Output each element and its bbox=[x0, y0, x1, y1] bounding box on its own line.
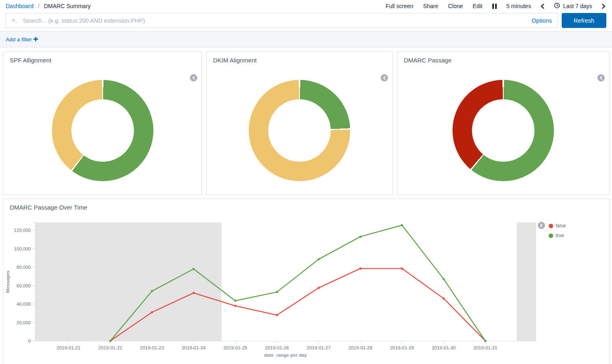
edit-button[interactable]: Edit bbox=[473, 3, 483, 9]
options-link[interactable]: Options bbox=[532, 17, 552, 24]
svg-text:2019-01-27: 2019-01-27 bbox=[307, 345, 331, 350]
legend-label: true bbox=[556, 233, 564, 238]
clone-button[interactable]: Clone bbox=[448, 3, 463, 9]
refresh-interval-button[interactable]: 5 minutes bbox=[506, 3, 531, 9]
breadcrumb: Dashboard / DMARC Summary bbox=[6, 3, 91, 9]
add-filter-label: Add a filter bbox=[6, 36, 32, 43]
donut-hole bbox=[71, 99, 134, 162]
search-box: >_ Options bbox=[6, 13, 558, 28]
share-button[interactable]: Share bbox=[423, 3, 438, 9]
donut-hole bbox=[268, 99, 331, 162]
donut-chart-spf[interactable] bbox=[52, 80, 153, 181]
svg-text:2019-01-30: 2019-01-30 bbox=[432, 345, 456, 350]
svg-text:100,000: 100,000 bbox=[14, 246, 31, 251]
line-chart: 020,00040,00060,00080,000100,000120,0002… bbox=[3, 199, 609, 364]
legend-item-false[interactable]: false bbox=[549, 223, 566, 229]
chevron-right-icon bbox=[602, 4, 606, 9]
donut-chart-dkim[interactable] bbox=[249, 80, 350, 181]
refresh-button[interactable]: Refresh bbox=[562, 13, 606, 28]
svg-text:0: 0 bbox=[28, 338, 31, 343]
svg-text:2019-01-25: 2019-01-25 bbox=[223, 345, 247, 350]
legend-item-true[interactable]: true bbox=[549, 233, 566, 238]
svg-text:40,000: 40,000 bbox=[17, 302, 31, 306]
legend-label: false bbox=[556, 223, 566, 229]
donut-hole bbox=[472, 99, 534, 162]
svg-text:2019-01-26: 2019-01-26 bbox=[265, 345, 289, 350]
page-title: DMARC Summary bbox=[44, 3, 91, 9]
svg-text:2019-01-24: 2019-01-24 bbox=[182, 345, 206, 350]
panel-title: DMARC Passage bbox=[397, 52, 609, 64]
chart-legend: false true bbox=[549, 223, 566, 238]
dashboard-grid: SPF Allignment DKIM Alignment DMARC Pass… bbox=[0, 47, 612, 364]
search-input[interactable] bbox=[22, 17, 532, 24]
svg-text:2019-01-22: 2019-01-22 bbox=[98, 345, 122, 350]
search-row: >_ Options Refresh bbox=[0, 11, 612, 31]
panel-title: DMARC Passage Over Time bbox=[3, 199, 609, 211]
pause-icon bbox=[492, 4, 497, 9]
breadcrumb-separator: / bbox=[38, 3, 39, 9]
breadcrumb-dashboard-link[interactable]: Dashboard bbox=[6, 3, 34, 9]
collapse-legend-icon[interactable] bbox=[597, 74, 605, 81]
time-forward-button[interactable] bbox=[602, 4, 606, 9]
svg-text:date_range per day: date_range per day bbox=[264, 353, 307, 358]
svg-text:Messages: Messages bbox=[5, 271, 10, 293]
collapse-legend-icon[interactable] bbox=[190, 74, 197, 81]
time-back-button[interactable] bbox=[541, 4, 544, 9]
legend-dot-false bbox=[549, 224, 553, 228]
full-screen-button[interactable]: Full screen bbox=[386, 3, 413, 9]
panel-dmarc-passage: DMARC Passage bbox=[397, 51, 610, 195]
svg-text:2019-01-23: 2019-01-23 bbox=[140, 345, 164, 350]
svg-text:80,000: 80,000 bbox=[17, 265, 31, 270]
clock-icon bbox=[554, 2, 560, 10]
panel-spf-alignment: SPF Allignment bbox=[3, 51, 202, 195]
panel-title: DKIM Alignment bbox=[207, 52, 392, 64]
time-range-label: Last 7 days bbox=[563, 3, 592, 9]
filter-bar: Add a filter✚ bbox=[0, 31, 612, 47]
pie-panels-row: SPF Allignment DKIM Alignment DMARC Pass… bbox=[3, 51, 610, 195]
svg-text:2019-01-21: 2019-01-21 bbox=[57, 345, 81, 350]
chevron-left-icon bbox=[541, 4, 544, 9]
panel-title: SPF Allignment bbox=[3, 52, 202, 64]
plus-icon: ✚ bbox=[33, 36, 39, 43]
top-bar: Dashboard / DMARC Summary Full screen Sh… bbox=[0, 0, 612, 11]
time-range-picker[interactable]: Last 7 days bbox=[554, 2, 592, 10]
legend-dot-true bbox=[549, 233, 553, 238]
svg-text:20,000: 20,000 bbox=[17, 320, 31, 325]
svg-text:60,000: 60,000 bbox=[17, 283, 31, 288]
toolbar-menu: Full screen Share Clone Edit 5 minutes L… bbox=[386, 2, 606, 10]
donut-chart-dmarc[interactable] bbox=[453, 80, 554, 181]
svg-text:2019-01-31: 2019-01-31 bbox=[474, 345, 498, 350]
add-filter-button[interactable]: Add a filter✚ bbox=[6, 36, 38, 43]
panel-dmarc-over-time: DMARC Passage Over Time 020,00040,00060,… bbox=[3, 199, 610, 364]
svg-text:2019-01-28: 2019-01-28 bbox=[348, 345, 372, 350]
panel-dkim-alignment: DKIM Alignment bbox=[206, 51, 393, 195]
svg-text:2019-01-29: 2019-01-29 bbox=[390, 345, 414, 350]
expand-legend-icon[interactable] bbox=[538, 222, 545, 229]
query-prompt-icon: >_ bbox=[12, 17, 17, 24]
pause-refresh-button[interactable] bbox=[492, 4, 497, 9]
svg-text:120,000: 120,000 bbox=[14, 228, 31, 233]
collapse-legend-icon[interactable] bbox=[381, 74, 388, 81]
